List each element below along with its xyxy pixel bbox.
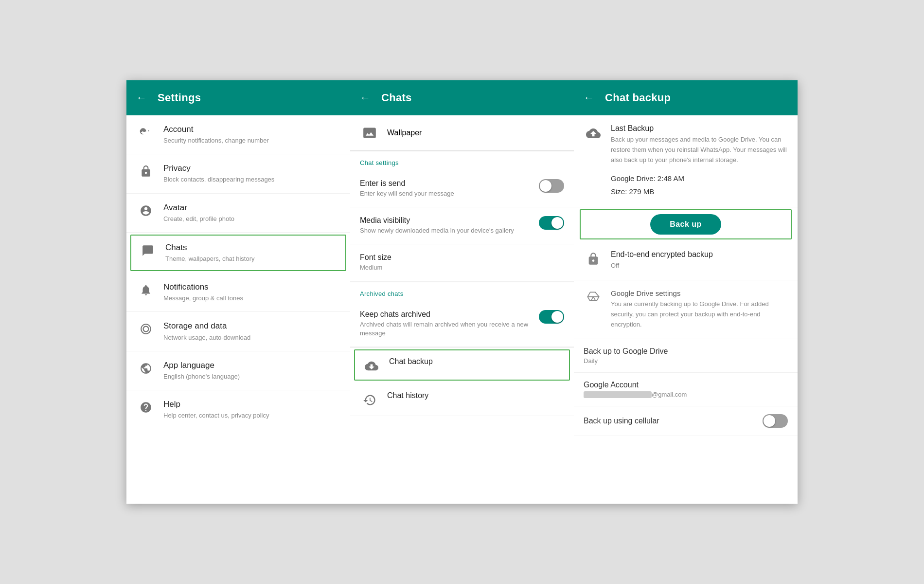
enter-send-text: Enter is send Enter key will send your m… xyxy=(360,179,539,198)
settings-item-help[interactable]: Help Help center, contact us, privacy po… xyxy=(126,390,350,429)
backup-item-google-account[interactable]: Google Account @gmail.com xyxy=(574,373,798,407)
bell-icon xyxy=(136,284,156,296)
settings-header: ← Settings xyxy=(126,80,350,115)
enter-send-toggle-wrap xyxy=(539,179,564,193)
settings-panel: ← Settings Account Security notification… xyxy=(126,80,350,504)
settings-item-notifications[interactable]: Notifications Message, group & call tone… xyxy=(126,273,350,312)
keep-archived-text: Keep chats archived Archived chats will … xyxy=(360,310,539,338)
archived-chats-header: Archived chats xyxy=(350,282,574,301)
help-icon xyxy=(136,401,156,414)
back-up-button[interactable]: Back up xyxy=(650,214,721,235)
media-visibility-toggle[interactable] xyxy=(539,216,564,230)
backup-icon xyxy=(362,359,381,373)
settings-item-storage[interactable]: Storage and data Network usage, auto-dow… xyxy=(126,312,350,351)
toggle-knob xyxy=(551,311,563,323)
chats-item-media-visibility[interactable]: Media visibility Show newly downloaded m… xyxy=(350,207,574,244)
chats-item-chat-history[interactable]: Chat history xyxy=(350,383,574,416)
settings-item-account[interactable]: Account Security notifications, change n… xyxy=(126,115,350,154)
settings-item-chats-text: Chats Theme, wallpapers, chat history xyxy=(165,242,255,263)
enter-send-toggle[interactable] xyxy=(539,179,564,193)
chat-backup-header: ← Chat backup xyxy=(574,80,798,115)
settings-item-storage-text: Storage and data Network usage, auto-dow… xyxy=(163,321,250,342)
chats-header: ← Chats xyxy=(350,80,574,115)
toggle-knob xyxy=(551,217,563,229)
storage-icon xyxy=(136,323,156,335)
font-size-text: Font size Medium xyxy=(360,253,391,272)
keep-archived-toggle-wrap xyxy=(539,310,564,324)
chats-panel: ← Chats Wallpaper Chat settings Enter is… xyxy=(350,80,574,504)
wallpaper-icon xyxy=(360,126,379,140)
cellular-toggle[interactable] xyxy=(763,414,788,428)
lock-icon xyxy=(136,165,156,178)
chats-item-keep-archived[interactable]: Keep chats archived Archived chats will … xyxy=(350,301,574,347)
settings-item-language[interactable]: App language English (phone's language) xyxy=(126,351,350,390)
google-account-email: @gmail.com xyxy=(584,391,788,399)
settings-item-notifications-text: Notifications Message, group & call tone… xyxy=(163,282,243,303)
settings-item-privacy-text: Privacy Block contacts, disappearing mes… xyxy=(163,163,274,184)
settings-item-account-text: Account Security notifications, change n… xyxy=(163,124,269,145)
media-visibility-toggle-wrap xyxy=(539,216,564,230)
backup-item-cellular[interactable]: Back up using cellular xyxy=(574,406,798,436)
chats-back-arrow[interactable]: ← xyxy=(360,91,371,104)
history-icon xyxy=(360,393,379,407)
toggle-knob xyxy=(764,415,775,427)
chats-item-font-size[interactable]: Font size Medium xyxy=(350,244,574,281)
backup-item-drive-settings: Google Drive settings You are currently … xyxy=(574,280,798,339)
drive-info: Google Drive: 2:48 AM Size: 279 MB xyxy=(611,172,788,198)
settings-item-privacy[interactable]: Privacy Block contacts, disappearing mes… xyxy=(126,154,350,193)
drive-settings-text: Google Drive settings You are currently … xyxy=(611,289,788,329)
settings-item-language-text: App language English (phone's language) xyxy=(163,360,240,381)
e2e-backup-text: End-to-end encrypted backup Off xyxy=(611,250,713,271)
back-up-button-container: Back up xyxy=(580,209,792,239)
redacted-email xyxy=(584,391,652,398)
chats-title: Chats xyxy=(381,91,412,104)
settings-item-avatar-text: Avatar Create, edit, profile photo xyxy=(163,202,234,223)
google-drive-icon xyxy=(584,291,603,305)
chat-backup-panel: ← Chat backup Last Backup Back up your m… xyxy=(574,80,798,504)
settings-title: Settings xyxy=(158,91,201,104)
panels-container: ← Settings Account Security notification… xyxy=(126,80,798,504)
chat-backup-title: Chat backup xyxy=(605,91,671,104)
chat-backup-back-arrow[interactable]: ← xyxy=(584,91,594,104)
settings-item-avatar[interactable]: Avatar Create, edit, profile photo xyxy=(126,194,350,233)
backup-item-frequency[interactable]: Back up to Google Drive Daily xyxy=(574,339,798,373)
avatar-icon xyxy=(136,204,156,217)
backup-item-e2e[interactable]: End-to-end encrypted backup Off xyxy=(574,241,798,280)
last-backup-text: Last Backup Back up your messages and me… xyxy=(611,124,788,198)
chats-item-enter-send[interactable]: Enter is send Enter key will send your m… xyxy=(350,170,574,207)
settings-item-help-text: Help Help center, contact us, privacy po… xyxy=(163,399,269,420)
backup-item-last-backup: Last Backup Back up your messages and me… xyxy=(574,115,798,207)
chat-history-text: Chat history xyxy=(387,391,428,400)
cloud-upload-icon xyxy=(584,126,603,141)
chats-item-wallpaper[interactable]: Wallpaper xyxy=(350,115,574,151)
chats-icon xyxy=(138,244,158,257)
chats-content: Wallpaper Chat settings Enter is send En… xyxy=(350,115,574,504)
toggle-knob xyxy=(540,180,551,192)
wallpaper-text: Wallpaper xyxy=(387,128,422,137)
settings-back-arrow[interactable]: ← xyxy=(136,91,147,104)
chat-backup-content: Last Backup Back up your messages and me… xyxy=(574,115,798,504)
settings-content: Account Security notifications, change n… xyxy=(126,115,350,504)
chat-backup-text: Chat backup xyxy=(389,357,433,366)
key-icon xyxy=(136,126,156,139)
chat-settings-header: Chat settings xyxy=(350,151,574,170)
chats-item-chat-backup[interactable]: Chat backup xyxy=(354,349,570,381)
divider-3 xyxy=(350,347,574,347)
media-visibility-text: Media visibility Show newly downloaded m… xyxy=(360,216,539,235)
keep-archived-toggle[interactable] xyxy=(539,310,564,324)
settings-item-chats[interactable]: Chats Theme, wallpapers, chat history xyxy=(130,235,346,271)
globe-icon xyxy=(136,362,156,375)
encrypted-backup-icon xyxy=(584,252,603,266)
